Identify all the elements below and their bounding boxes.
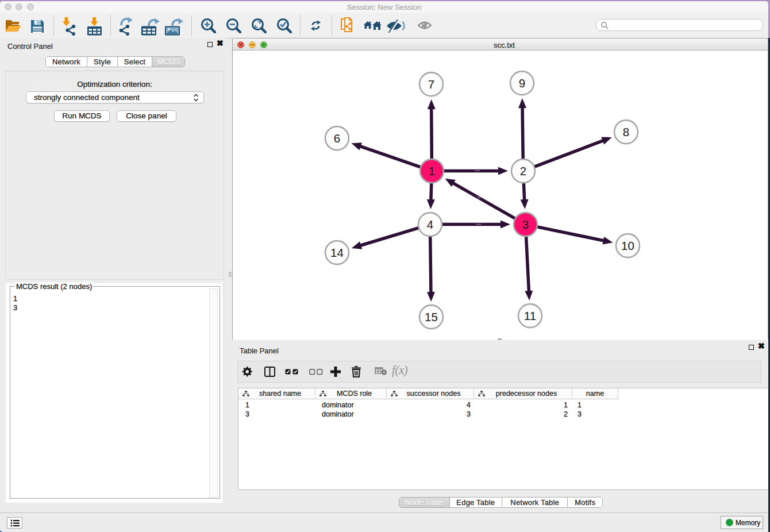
svg-text:11: 11 xyxy=(524,309,536,322)
svg-text:15: 15 xyxy=(425,310,438,323)
svg-text:7: 7 xyxy=(428,78,434,91)
svg-text:6: 6 xyxy=(334,132,340,145)
svg-text:3: 3 xyxy=(522,218,529,231)
svg-text:10: 10 xyxy=(621,239,634,252)
svg-text:1: 1 xyxy=(429,164,435,178)
svg-text:9: 9 xyxy=(519,76,525,90)
svg-text:8: 8 xyxy=(623,125,629,138)
svg-text:4: 4 xyxy=(427,218,433,231)
svg-text:14: 14 xyxy=(330,246,344,259)
svg-text:2: 2 xyxy=(520,164,526,178)
